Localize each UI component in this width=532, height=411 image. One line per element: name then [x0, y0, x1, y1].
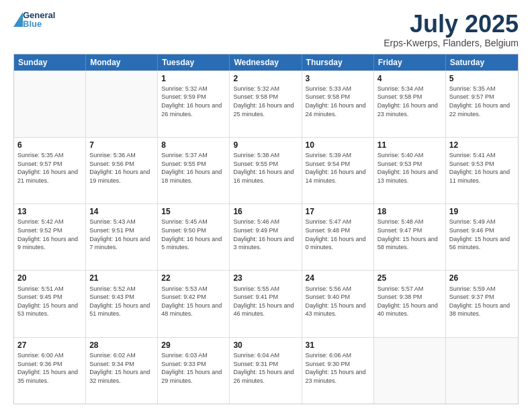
cal-cell-1-5: 11Sunrise: 5:40 AMSunset: 9:53 PMDayligh… — [374, 138, 446, 203]
day-number: 11 — [378, 140, 442, 150]
day-number: 16 — [233, 206, 298, 217]
logo-text: General Blue — [23, 11, 55, 28]
cal-cell-0-4: 3Sunrise: 5:33 AMSunset: 9:58 PMDaylight… — [302, 71, 374, 137]
day-number: 23 — [233, 273, 298, 283]
day-number: 2 — [233, 73, 298, 84]
header-thursday: Thursday — [302, 54, 374, 71]
title-block: July 2025 Erps-Kwerps, Flanders, Belgium — [384, 11, 519, 48]
cell-info: Sunrise: 5:46 AMSunset: 9:49 PMDaylight:… — [233, 218, 298, 251]
day-number: 10 — [306, 140, 370, 150]
header-sunday: Sunday — [14, 54, 86, 71]
cal-cell-2-3: 16Sunrise: 5:46 AMSunset: 9:49 PMDayligh… — [230, 204, 302, 270]
cal-cell-1-4: 10Sunrise: 5:39 AMSunset: 9:54 PMDayligh… — [302, 138, 374, 203]
cal-cell-2-1: 14Sunrise: 5:43 AMSunset: 9:51 PMDayligh… — [86, 204, 158, 270]
day-number: 26 — [449, 273, 515, 283]
cal-cell-3-4: 24Sunrise: 5:56 AMSunset: 9:40 PMDayligh… — [302, 271, 374, 336]
cell-info: Sunrise: 6:04 AMSunset: 9:31 PMDaylight:… — [233, 351, 298, 385]
cal-cell-4-4: 31Sunrise: 6:06 AMSunset: 9:30 PMDayligh… — [302, 338, 374, 404]
day-number: 12 — [449, 140, 515, 150]
cal-cell-0-2: 1Sunrise: 5:32 AMSunset: 9:59 PMDaylight… — [158, 71, 230, 137]
cell-info: Sunrise: 5:57 AMSunset: 9:38 PMDaylight:… — [378, 285, 442, 318]
cell-info: Sunrise: 5:37 AMSunset: 9:55 PMDaylight:… — [161, 151, 226, 185]
cell-info: Sunrise: 5:53 AMSunset: 9:42 PMDaylight:… — [161, 285, 226, 318]
day-number: 17 — [306, 206, 370, 217]
cal-cell-3-6: 26Sunrise: 5:59 AMSunset: 9:37 PMDayligh… — [446, 271, 518, 336]
cell-info: Sunrise: 5:49 AMSunset: 9:46 PMDaylight:… — [449, 218, 515, 251]
cal-cell-3-1: 21Sunrise: 5:52 AMSunset: 9:43 PMDayligh… — [86, 271, 158, 336]
day-number: 31 — [306, 340, 370, 351]
cell-info: Sunrise: 5:45 AMSunset: 9:50 PMDaylight:… — [161, 218, 226, 251]
cal-cell-3-3: 23Sunrise: 5:55 AMSunset: 9:41 PMDayligh… — [230, 271, 302, 336]
cell-info: Sunrise: 5:43 AMSunset: 9:51 PMDaylight:… — [89, 218, 154, 251]
cell-info: Sunrise: 5:36 AMSunset: 9:56 PMDaylight:… — [89, 151, 154, 185]
cal-cell-3-5: 25Sunrise: 5:57 AMSunset: 9:38 PMDayligh… — [374, 271, 446, 336]
cell-info: Sunrise: 6:03 AMSunset: 9:33 PMDaylight:… — [161, 351, 226, 385]
cal-cell-0-0 — [14, 71, 86, 137]
cal-cell-3-0: 20Sunrise: 5:51 AMSunset: 9:45 PMDayligh… — [14, 271, 86, 336]
cell-info: Sunrise: 5:32 AMSunset: 9:58 PMDaylight:… — [233, 85, 298, 118]
day-number: 5 — [449, 73, 515, 84]
header: General Blue July 2025 Erps-Kwerps, Flan… — [13, 11, 519, 48]
logo-blue: Blue — [23, 19, 55, 28]
day-number: 30 — [233, 340, 298, 351]
cal-cell-1-2: 8Sunrise: 5:37 AMSunset: 9:55 PMDaylight… — [158, 138, 230, 203]
cell-info: Sunrise: 5:55 AMSunset: 9:41 PMDaylight:… — [233, 285, 298, 318]
cal-cell-1-0: 6Sunrise: 5:35 AMSunset: 9:57 PMDaylight… — [14, 138, 86, 203]
day-number: 3 — [306, 73, 370, 84]
cell-info: Sunrise: 6:02 AMSunset: 9:34 PMDaylight:… — [89, 351, 154, 385]
header-friday: Friday — [374, 54, 446, 71]
day-number: 19 — [449, 206, 515, 217]
cal-cell-2-0: 13Sunrise: 5:42 AMSunset: 9:52 PMDayligh… — [14, 204, 86, 270]
cell-info: Sunrise: 5:39 AMSunset: 9:54 PMDaylight:… — [306, 151, 370, 185]
day-number: 15 — [161, 206, 226, 217]
cell-info: Sunrise: 5:38 AMSunset: 9:55 PMDaylight:… — [233, 151, 298, 185]
cal-cell-1-3: 9Sunrise: 5:38 AMSunset: 9:55 PMDaylight… — [230, 138, 302, 203]
cell-info: Sunrise: 5:47 AMSunset: 9:48 PMDaylight:… — [306, 218, 370, 251]
cell-info: Sunrise: 6:00 AMSunset: 9:36 PMDaylight:… — [17, 351, 82, 385]
week-row-5: 27Sunrise: 6:00 AMSunset: 9:36 PMDayligh… — [14, 337, 518, 404]
day-number: 24 — [306, 273, 370, 283]
cell-info: Sunrise: 5:33 AMSunset: 9:58 PMDaylight:… — [306, 85, 370, 118]
header-wednesday: Wednesday — [230, 54, 302, 71]
cell-info: Sunrise: 5:48 AMSunset: 9:47 PMDaylight:… — [378, 218, 442, 251]
cell-info: Sunrise: 5:35 AMSunset: 9:57 PMDaylight:… — [449, 85, 515, 118]
cal-cell-4-3: 30Sunrise: 6:04 AMSunset: 9:31 PMDayligh… — [230, 338, 302, 404]
cell-info: Sunrise: 5:32 AMSunset: 9:59 PMDaylight:… — [161, 85, 226, 118]
cell-info: Sunrise: 5:59 AMSunset: 9:37 PMDaylight:… — [449, 285, 515, 318]
cal-cell-2-2: 15Sunrise: 5:45 AMSunset: 9:50 PMDayligh… — [158, 204, 230, 270]
day-number: 13 — [17, 206, 82, 217]
cal-cell-4-6 — [446, 338, 518, 404]
header-monday: Monday — [86, 54, 158, 71]
header-tuesday: Tuesday — [158, 54, 230, 71]
cal-cell-1-6: 12Sunrise: 5:41 AMSunset: 9:53 PMDayligh… — [446, 138, 518, 203]
day-number: 22 — [161, 273, 226, 283]
day-number: 6 — [17, 140, 82, 150]
cell-info: Sunrise: 5:51 AMSunset: 9:45 PMDaylight:… — [17, 285, 82, 318]
cell-info: Sunrise: 6:06 AMSunset: 9:30 PMDaylight:… — [306, 351, 370, 385]
day-number: 29 — [161, 340, 226, 351]
main-title: July 2025 — [384, 11, 519, 38]
logo: General Blue — [13, 11, 55, 28]
day-number: 20 — [17, 273, 82, 283]
cal-cell-0-1 — [86, 71, 158, 137]
cell-info: Sunrise: 5:41 AMSunset: 9:53 PMDaylight:… — [449, 151, 515, 185]
subtitle: Erps-Kwerps, Flanders, Belgium — [384, 38, 519, 48]
calendar-body: 1Sunrise: 5:32 AMSunset: 9:59 PMDaylight… — [14, 71, 518, 404]
day-number: 27 — [17, 340, 82, 351]
week-row-2: 6Sunrise: 5:35 AMSunset: 9:57 PMDaylight… — [14, 137, 518, 203]
page: General Blue July 2025 Erps-Kwerps, Flan… — [0, 0, 532, 411]
calendar-header: Sunday Monday Tuesday Wednesday Thursday… — [14, 54, 518, 71]
cal-cell-4-1: 28Sunrise: 6:02 AMSunset: 9:34 PMDayligh… — [86, 338, 158, 404]
day-number: 14 — [89, 206, 154, 217]
cal-cell-0-5: 4Sunrise: 5:34 AMSunset: 9:58 PMDaylight… — [374, 71, 446, 137]
header-saturday: Saturday — [446, 54, 518, 71]
week-row-4: 20Sunrise: 5:51 AMSunset: 9:45 PMDayligh… — [14, 270, 518, 336]
day-number: 28 — [89, 340, 154, 351]
cal-cell-0-3: 2Sunrise: 5:32 AMSunset: 9:58 PMDaylight… — [230, 71, 302, 137]
calendar: Sunday Monday Tuesday Wednesday Thursday… — [13, 54, 519, 404]
cal-cell-2-4: 17Sunrise: 5:47 AMSunset: 9:48 PMDayligh… — [302, 204, 374, 270]
day-number: 8 — [161, 140, 226, 150]
day-number: 1 — [161, 73, 226, 84]
cell-info: Sunrise: 5:40 AMSunset: 9:53 PMDaylight:… — [378, 151, 442, 185]
cell-info: Sunrise: 5:56 AMSunset: 9:40 PMDaylight:… — [306, 285, 370, 318]
